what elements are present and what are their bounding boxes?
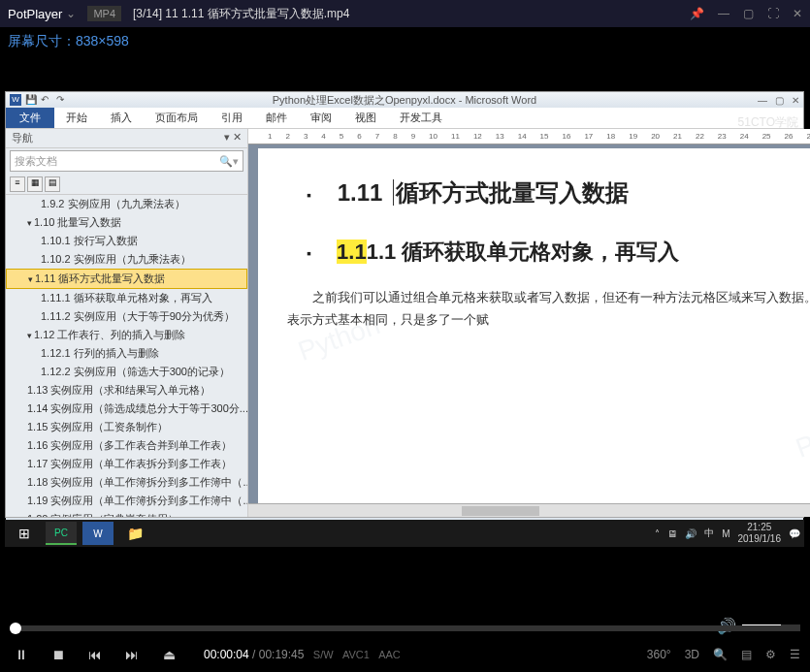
player-titlebar: PotPlayer ⌄ MP4 [3/14] 11 1.11 循环方式批量写入数… bbox=[0, 0, 810, 27]
video-title: [3/14] 11 1.11 循环方式批量写入数据.mp4 bbox=[133, 6, 349, 22]
taskbar: ⊞ PC W 📁 ˄ 🖥 🔊 中 M 21:25 2019/1/16 💬 bbox=[5, 520, 804, 547]
heading-2: ▪ 1.11.1 循环获取单元格对象，再写入 bbox=[307, 238, 810, 267]
nav-item[interactable]: 1.19 实例应用（单工作簿拆分到多工作簿中（... bbox=[6, 492, 247, 510]
tag-avc: AVC1 bbox=[342, 649, 370, 660]
tab-review[interactable]: 审阅 bbox=[299, 111, 343, 125]
nav-item[interactable]: 1.14 实例应用（筛选成绩总分大于等于300分... bbox=[6, 400, 247, 418]
word-minimize-icon[interactable]: — bbox=[758, 95, 767, 106]
word-maximize-icon[interactable]: ▢ bbox=[775, 95, 784, 106]
nav-item[interactable]: 1.12.2 实例应用（筛选大于300的记录） bbox=[6, 363, 247, 381]
document-page[interactable]: Python Python Python ▪ 1.11 循环方式批量写入数据 ▪… bbox=[258, 148, 810, 503]
ribbon-tabs: 文件 开始 插入 页面布局 引用 邮件 审阅 视图 开发工具 bbox=[6, 108, 803, 129]
nav-item[interactable]: 1.15 实例应用（工资条制作） bbox=[6, 418, 247, 436]
tab-mail[interactable]: 邮件 bbox=[254, 111, 299, 125]
save-icon[interactable]: 💾 bbox=[25, 94, 37, 106]
word-app-icon: W bbox=[10, 94, 21, 106]
nav-view-headings-icon[interactable]: ≡ bbox=[10, 176, 25, 192]
tag-sw: S/W bbox=[313, 649, 334, 660]
nav-items-list[interactable]: 1.9.2 实例应用（九九乘法表）1.10 批量写入数据1.10.1 按行写入数… bbox=[6, 195, 247, 517]
3d-button[interactable]: 3D bbox=[685, 648, 699, 661]
taskbar-word[interactable]: W bbox=[82, 522, 113, 545]
nav-item[interactable]: 1.18 实例应用（单工作簿拆分到多工作簿中（... bbox=[6, 473, 247, 492]
tab-dev[interactable]: 开发工具 bbox=[388, 111, 454, 125]
fullscreen-icon[interactable]: ⛶ bbox=[767, 7, 779, 20]
nav-search-input[interactable]: 搜索文档 🔍▾ bbox=[10, 150, 243, 172]
ime-icon[interactable]: 中 bbox=[704, 527, 714, 540]
nav-view-pages-icon[interactable]: ▦ bbox=[27, 176, 43, 192]
nav-item[interactable]: 1.12.1 行列的插入与删除 bbox=[6, 344, 247, 363]
nav-view-results-icon[interactable]: ▤ bbox=[45, 176, 60, 192]
vr-button[interactable]: 360° bbox=[647, 648, 671, 661]
taskbar-pycharm[interactable]: PC bbox=[46, 522, 77, 545]
ruler[interactable]: 1234567891011121314151617181920212223242… bbox=[248, 129, 810, 144]
undo-icon[interactable]: ↶ bbox=[41, 94, 52, 106]
stop-button[interactable]: ⏹ bbox=[47, 643, 70, 666]
nav-close-icon[interactable]: ▾ ✕ bbox=[224, 131, 242, 145]
nav-item[interactable]: 1.12 工作表行、列的插入与删除 bbox=[6, 326, 247, 344]
nav-title: 导航 bbox=[12, 131, 33, 145]
player-controls: 🔊 ⏸ ⏹ ⏮ ⏭ ⏏ 00:00:04 / 00:19:45 S/W AVC1… bbox=[0, 620, 810, 672]
nav-item[interactable]: 1.13 实例应用（求和结果写入单元格） bbox=[6, 381, 247, 400]
tab-home[interactable]: 开始 bbox=[54, 111, 99, 125]
heading-1: ▪ 1.11 循环方式批量写入数据 bbox=[307, 177, 810, 208]
redo-icon[interactable]: ↷ bbox=[56, 94, 68, 106]
time-display: 00:00:04 / 00:19:45 S/W AVC1 AAC bbox=[204, 648, 401, 661]
progress-thumb[interactable] bbox=[10, 623, 21, 634]
pause-button[interactable]: ⏸ bbox=[10, 643, 33, 666]
document-area: 1234567891011121314151617181920212223242… bbox=[248, 129, 810, 517]
navigation-pane: 导航 ▾ ✕ 搜索文档 🔍▾ ≡ ▦ ▤ 1.9.2 实例应用（九九乘法表）1.… bbox=[6, 129, 248, 517]
progress-bar[interactable] bbox=[10, 625, 800, 631]
volume-icon[interactable]: 🔊 bbox=[685, 528, 697, 539]
nav-item[interactable]: 1.11.2 实例应用（大于等于90分为优秀） bbox=[6, 307, 247, 326]
playlist-search-icon[interactable]: 🔍 bbox=[713, 648, 728, 661]
nav-item[interactable]: 1.10 批量写入数据 bbox=[6, 213, 247, 232]
format-badge: MP4 bbox=[87, 6, 121, 21]
tray-up-icon[interactable]: ˄ bbox=[655, 528, 660, 539]
word-close-icon[interactable]: ✕ bbox=[792, 95, 799, 106]
nav-item[interactable]: 1.20 实例应用（字典嵌套使用） bbox=[6, 510, 247, 517]
word-titlebar: W 💾 ↶ ↷ Python处理Excel数据之Openpyxl.docx - … bbox=[6, 92, 803, 108]
nav-item[interactable]: 1.11 循环方式批量写入数据 bbox=[6, 269, 247, 289]
prev-button[interactable]: ⏮ bbox=[83, 643, 107, 666]
nav-item[interactable]: 1.10.2 实例应用（九九乘法表） bbox=[6, 250, 247, 269]
eject-button[interactable]: ⏏ bbox=[157, 643, 180, 666]
tag-aac: AAC bbox=[378, 649, 401, 660]
corner-watermark: 51CTO学院 bbox=[738, 114, 798, 131]
settings-icon[interactable]: ⚙ bbox=[765, 648, 776, 661]
close-icon[interactable]: ✕ bbox=[793, 7, 802, 20]
horizontal-scrollbar[interactable] bbox=[248, 503, 810, 517]
next-button[interactable]: ⏭ bbox=[120, 643, 144, 666]
screen-size-info: 屏幕尺寸：838×598 bbox=[0, 27, 810, 56]
clock[interactable]: 21:25 2019/1/16 bbox=[738, 522, 782, 545]
start-button[interactable]: ⊞ bbox=[9, 522, 40, 545]
tab-insert[interactable]: 插入 bbox=[99, 111, 144, 125]
word-window: W 💾 ↶ ↷ Python处理Excel数据之Openpyxl.docx - … bbox=[5, 91, 804, 518]
menu-icon[interactable]: ☰ bbox=[790, 648, 800, 661]
word-title: Python处理Excel数据之Openpyxl.docx - Microsof… bbox=[273, 93, 536, 108]
taskbar-explorer[interactable]: 📁 bbox=[119, 522, 150, 545]
player-dropdown-icon[interactable]: ⌄ bbox=[66, 7, 76, 20]
notification-icon[interactable]: 💬 bbox=[789, 528, 800, 539]
player-name[interactable]: PotPlayer bbox=[8, 7, 62, 21]
system-tray[interactable]: ˄ 🖥 🔊 中 M 21:25 2019/1/16 💬 bbox=[655, 522, 800, 545]
tab-view[interactable]: 视图 bbox=[343, 111, 388, 125]
ime-mode[interactable]: M bbox=[722, 528, 729, 539]
nav-item[interactable]: 1.16 实例应用（多工作表合并到单工作表） bbox=[6, 436, 247, 455]
pin-icon[interactable]: 📌 bbox=[690, 7, 704, 20]
search-icon[interactable]: 🔍▾ bbox=[219, 155, 239, 168]
network-icon[interactable]: 🖥 bbox=[667, 528, 677, 539]
maximize-icon[interactable]: ▢ bbox=[743, 7, 754, 20]
tab-layout[interactable]: 页面布局 bbox=[144, 111, 210, 125]
nav-item[interactable]: 1.10.1 按行写入数据 bbox=[6, 232, 247, 250]
tab-file[interactable]: 文件 bbox=[6, 108, 54, 128]
nav-item[interactable]: 1.11.1 循环获取单元格对象，再写入 bbox=[6, 289, 247, 307]
tab-ref[interactable]: 引用 bbox=[210, 111, 254, 125]
subtitle-icon[interactable]: ▤ bbox=[741, 648, 752, 661]
paragraph: 之前我们可以通过组合单元格来获取或者写入数据，但还有一种方法元格区域来写入数据。… bbox=[287, 286, 810, 332]
nav-item[interactable]: 1.17 实例应用（单工作表拆分到多工作表） bbox=[6, 455, 247, 473]
nav-item[interactable]: 1.9.2 实例应用（九九乘法表） bbox=[6, 195, 247, 213]
minimize-icon[interactable]: — bbox=[718, 7, 729, 20]
